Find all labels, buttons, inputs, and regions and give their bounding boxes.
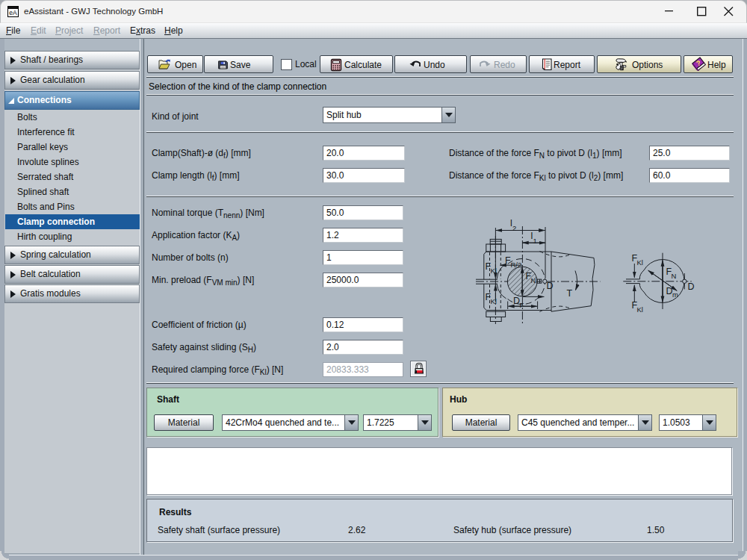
svg-text:Kl: Kl [637,305,643,314]
svg-text:Kl: Kl [637,258,643,267]
svg-text:R/2: R/2 [511,261,522,269]
svg-text:1: 1 [533,237,537,245]
svg-text:T: T [567,288,573,299]
svg-text:D: D [547,281,554,291]
svg-text:F: F [520,301,524,309]
svg-text:N: N [672,272,677,280]
svg-text:D: D [688,281,695,292]
svg-text:N: N [531,276,536,284]
svg-text:2: 2 [512,224,516,232]
svg-text:Kl: Kl [491,297,497,305]
svg-text:m: m [672,290,678,299]
svg-text:Kl: Kl [491,267,497,275]
